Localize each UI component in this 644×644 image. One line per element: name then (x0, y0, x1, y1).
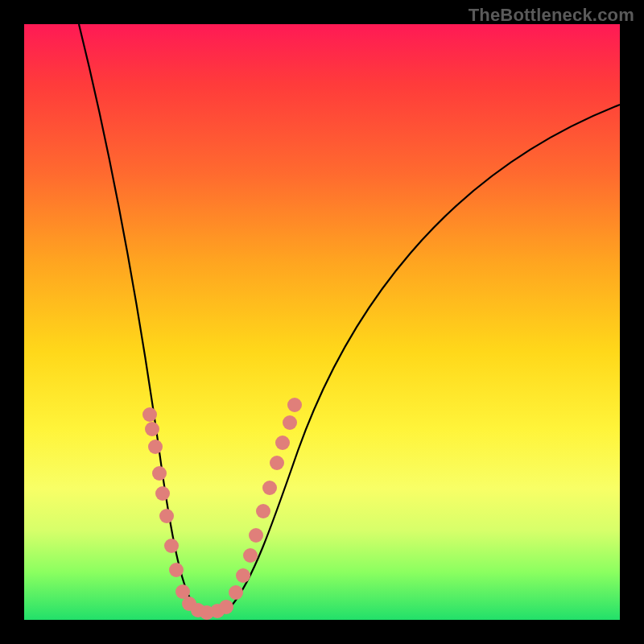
curve-marker (148, 440, 163, 454)
plot-area (24, 24, 620, 620)
curve-marker (142, 407, 157, 422)
curve-marker (243, 548, 258, 563)
curve-marker (145, 422, 159, 436)
curve-marker (262, 481, 277, 495)
curve-marker (159, 509, 174, 523)
curve-marker (164, 539, 179, 553)
curve-marker (249, 528, 263, 543)
curve-layer (24, 24, 620, 620)
curve-marker (270, 456, 284, 470)
curve-marker (275, 436, 290, 450)
bottleneck-curve (79, 24, 620, 613)
curve-marker (256, 504, 270, 518)
curve-marker (219, 600, 233, 614)
watermark-text: TheBottleneck.com (469, 5, 634, 26)
curve-marker (229, 585, 243, 600)
curve-marker (169, 563, 184, 577)
curve-marker (155, 486, 170, 501)
chart-frame: TheBottleneck.com (0, 0, 644, 644)
curve-marker (283, 415, 297, 430)
curve-marker (152, 466, 167, 481)
curve-marker (236, 568, 250, 583)
curve-marker (287, 398, 302, 412)
